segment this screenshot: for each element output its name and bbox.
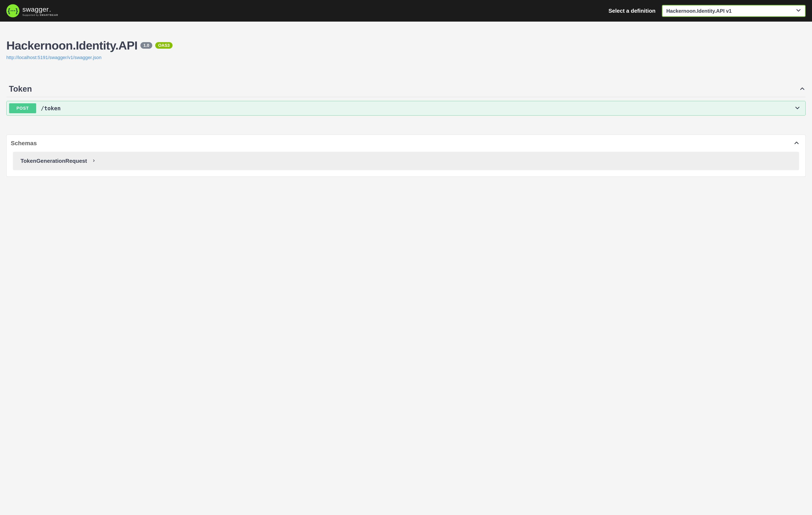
swagger-logo: {···} swagger Supported by SMARTBEAR xyxy=(6,4,58,17)
swagger-logo-icon: {···} xyxy=(6,4,20,17)
tag-name: Token xyxy=(9,84,32,93)
tag-section-token: Token POST /token xyxy=(6,84,806,115)
http-method-badge: POST xyxy=(9,103,36,113)
tag-header-token[interactable]: Token xyxy=(6,84,806,97)
schemas-title: Schemas xyxy=(11,140,37,147)
schemas-section: Schemas TokenGenerationRequest xyxy=(6,135,806,177)
schema-item-tokengenerationrequest[interactable]: TokenGenerationRequest xyxy=(13,152,799,170)
topbar: {···} swagger Supported by SMARTBEAR Sel… xyxy=(0,0,812,22)
definition-select-wrap: Hackernoon.Identity.API v1 xyxy=(662,5,806,17)
opblock-post-token[interactable]: POST /token xyxy=(6,101,806,115)
schema-name: TokenGenerationRequest xyxy=(21,158,87,164)
api-title: Hackernoon.Identity.API xyxy=(6,38,138,52)
version-badge: 1.0 xyxy=(140,42,152,49)
chevron-down-icon xyxy=(794,105,801,112)
swagger-brand-text: swagger xyxy=(22,5,58,13)
definition-select-label: Select a definition xyxy=(609,8,656,14)
spec-url-link[interactable]: http://localhost:5191/swagger/v1/swagger… xyxy=(6,55,806,60)
chevron-up-icon xyxy=(793,139,800,147)
schemas-header[interactable]: Schemas xyxy=(6,135,806,152)
definition-select[interactable]: Hackernoon.Identity.API v1 xyxy=(662,5,806,17)
chevron-up-icon xyxy=(799,85,806,93)
oas-badge: OAS3 xyxy=(155,42,173,49)
operation-path: /token xyxy=(41,105,794,112)
api-title-row: Hackernoon.Identity.API 1.0 OAS3 xyxy=(6,38,806,52)
main-content: Hackernoon.Identity.API 1.0 OAS3 http://… xyxy=(0,22,812,185)
chevron-right-icon xyxy=(92,159,96,163)
swagger-tagline: Supported by SMARTBEAR xyxy=(22,14,58,16)
